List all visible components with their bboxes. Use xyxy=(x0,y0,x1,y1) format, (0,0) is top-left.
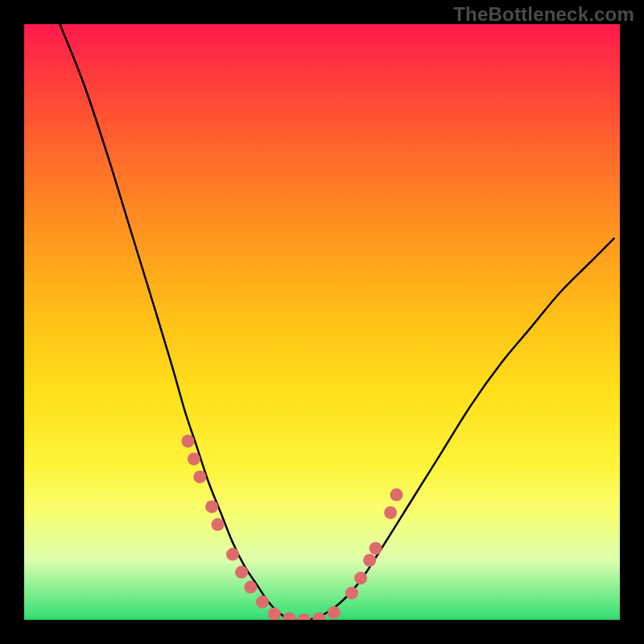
marker-dot xyxy=(188,452,200,465)
marker-dot xyxy=(328,606,341,619)
marker-dot xyxy=(205,500,218,513)
plot-area xyxy=(24,24,620,620)
watermark-text: TheBottleneck.com xyxy=(453,3,634,26)
series-bottleneck-curve xyxy=(60,24,613,620)
marker-dot xyxy=(235,566,248,579)
marker-dot xyxy=(193,470,206,483)
marker-dot xyxy=(283,613,295,620)
bottleneck-chart xyxy=(24,24,620,620)
marker-dot xyxy=(212,518,225,531)
chart-frame: TheBottleneck.com xyxy=(0,0,644,644)
right-branch-markers xyxy=(345,489,403,600)
valley-markers xyxy=(268,606,341,620)
marker-dot xyxy=(345,587,358,600)
marker-dot xyxy=(354,572,367,584)
marker-dot xyxy=(256,596,269,609)
marker-dot xyxy=(226,548,239,561)
marker-dot xyxy=(384,506,397,519)
marker-dot xyxy=(182,435,195,448)
marker-dot xyxy=(369,542,382,555)
marker-dot xyxy=(390,489,403,502)
marker-dot xyxy=(363,554,376,567)
marker-dot xyxy=(298,613,311,620)
marker-dot xyxy=(268,608,281,620)
marker-dot xyxy=(244,580,257,593)
